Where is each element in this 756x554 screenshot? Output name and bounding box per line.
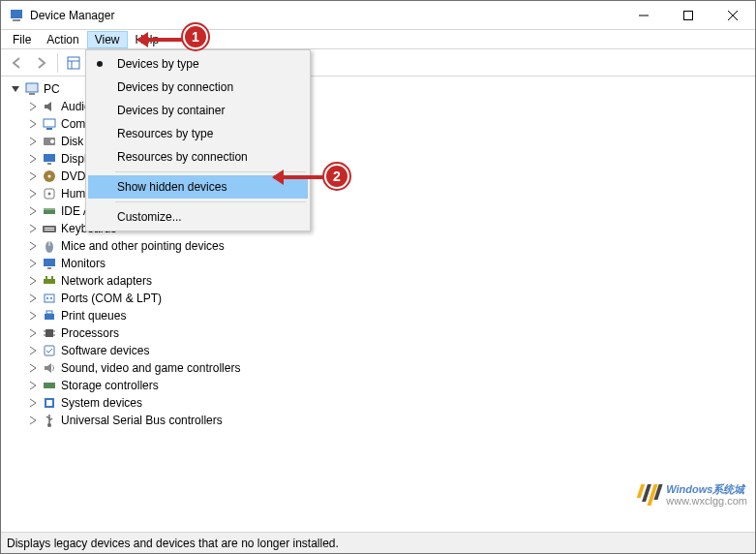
back-button[interactable] bbox=[5, 51, 28, 75]
title-bar[interactable]: Device Manager bbox=[1, 1, 755, 30]
tree-item-label: Universal Serial Bus controllers bbox=[61, 414, 223, 427]
menu-action[interactable]: Action bbox=[39, 31, 86, 48]
ports-icon bbox=[42, 291, 57, 306]
svg-rect-32 bbox=[51, 276, 53, 279]
svg-rect-24 bbox=[45, 228, 54, 229]
show-hide-tree-button[interactable] bbox=[62, 51, 85, 75]
storage-icon bbox=[42, 378, 57, 393]
menu-item-label: Devices by container bbox=[117, 104, 225, 117]
svg-rect-43 bbox=[45, 346, 54, 355]
svg-rect-15 bbox=[44, 154, 55, 162]
tree-item-label: Network adapters bbox=[61, 274, 152, 288]
svg-rect-0 bbox=[11, 10, 22, 18]
svg-rect-44 bbox=[44, 383, 55, 388]
caret-right-icon[interactable] bbox=[26, 361, 40, 375]
tree-item-label: System devices bbox=[61, 396, 142, 410]
monitor-icon bbox=[42, 256, 57, 271]
watermark: Windows系统城 www.wxclgg.com bbox=[639, 483, 747, 507]
device-manager-window: Device Manager File Action View Help PC … bbox=[0, 0, 756, 554]
menu-devices-by-type[interactable]: Devices by type bbox=[88, 52, 308, 76]
caret-right-icon[interactable] bbox=[26, 187, 40, 200]
window-title: Device Manager bbox=[30, 9, 114, 22]
view-menu-dropdown: Devices by type Devices by connection De… bbox=[85, 49, 311, 231]
tree-item[interactable]: Mice and other pointing devices bbox=[5, 237, 755, 255]
svg-point-34 bbox=[46, 297, 48, 299]
tree-item-label: Storage controllers bbox=[61, 379, 159, 392]
usb-icon bbox=[42, 413, 57, 428]
disk-icon bbox=[42, 134, 57, 149]
audio-icon bbox=[42, 99, 57, 114]
menu-view[interactable]: View bbox=[87, 31, 128, 48]
svg-point-35 bbox=[50, 297, 52, 299]
network-icon bbox=[42, 273, 57, 289]
tree-item-label: Ports (COM & LPT) bbox=[61, 292, 162, 305]
caret-right-icon[interactable] bbox=[26, 135, 40, 148]
status-text: Displays legacy devices and devices that… bbox=[7, 537, 339, 550]
menu-resources-by-type[interactable]: Resources by type bbox=[88, 122, 308, 145]
menu-devices-by-connection[interactable]: Devices by connection bbox=[88, 76, 308, 99]
hid-icon bbox=[42, 186, 57, 201]
caret-right-icon[interactable] bbox=[26, 117, 40, 131]
svg-rect-22 bbox=[44, 208, 55, 210]
menu-item-label: Customize... bbox=[117, 210, 182, 224]
caret-right-icon[interactable] bbox=[26, 239, 40, 253]
tree-item[interactable]: Universal Serial Bus controllers bbox=[5, 412, 755, 429]
display-icon bbox=[42, 151, 57, 167]
caret-right-icon[interactable] bbox=[26, 379, 40, 392]
software-icon bbox=[42, 343, 57, 358]
menu-devices-by-container[interactable]: Devices by container bbox=[88, 99, 308, 122]
tree-item-label: Print queues bbox=[61, 309, 126, 323]
svg-rect-28 bbox=[44, 259, 55, 266]
caret-right-icon[interactable] bbox=[26, 257, 40, 270]
tree-item[interactable]: System devices bbox=[5, 394, 755, 412]
menu-customize[interactable]: Customize... bbox=[88, 205, 308, 229]
menu-file[interactable]: File bbox=[5, 31, 39, 48]
menu-item-label: Show hidden devices bbox=[117, 180, 227, 194]
tree-item[interactable]: Software devices bbox=[5, 342, 755, 359]
menu-resources-by-connection[interactable]: Resources by connection bbox=[88, 145, 308, 169]
tree-item-label: Processors bbox=[61, 326, 119, 340]
caret-right-icon[interactable] bbox=[26, 222, 40, 235]
close-button[interactable] bbox=[711, 1, 755, 30]
menu-bar: File Action View Help bbox=[1, 30, 755, 49]
maximize-button[interactable] bbox=[666, 1, 711, 30]
annotation-arrow-1 bbox=[138, 38, 185, 42]
caret-right-icon[interactable] bbox=[26, 204, 40, 218]
tree-item[interactable]: Monitors bbox=[5, 255, 755, 272]
svg-rect-9 bbox=[26, 83, 38, 92]
svg-rect-33 bbox=[45, 294, 54, 302]
tree-item[interactable]: Ports (COM & LPT) bbox=[5, 290, 755, 307]
caret-right-icon[interactable] bbox=[26, 414, 40, 427]
svg-rect-37 bbox=[46, 311, 52, 314]
caret-right-icon[interactable] bbox=[26, 344, 40, 357]
caret-down-icon[interactable] bbox=[9, 82, 22, 96]
menu-item-label: Resources by type bbox=[117, 127, 213, 140]
svg-rect-25 bbox=[45, 230, 54, 231]
ide-icon bbox=[42, 203, 57, 219]
tree-item[interactable]: Network adapters bbox=[5, 272, 755, 290]
print-icon bbox=[42, 308, 57, 323]
caret-right-icon[interactable] bbox=[26, 396, 40, 410]
tree-item-label: Monitors bbox=[61, 257, 106, 270]
annotation-callout-1: 1 bbox=[183, 24, 208, 49]
menu-separator bbox=[115, 201, 306, 202]
mouse-icon bbox=[42, 238, 57, 254]
caret-right-icon[interactable] bbox=[26, 292, 40, 305]
caret-right-icon[interactable] bbox=[26, 326, 40, 340]
caret-right-icon[interactable] bbox=[26, 152, 40, 166]
tree-item[interactable]: Storage controllers bbox=[5, 377, 755, 394]
svg-rect-16 bbox=[47, 163, 51, 165]
caret-right-icon[interactable] bbox=[26, 169, 40, 183]
caret-right-icon[interactable] bbox=[26, 274, 40, 288]
caret-right-icon[interactable] bbox=[26, 309, 40, 323]
tree-item[interactable]: Processors bbox=[5, 324, 755, 342]
caret-right-icon[interactable] bbox=[26, 100, 40, 113]
svg-point-20 bbox=[48, 193, 51, 196]
tree-item[interactable]: Print queues bbox=[5, 307, 755, 324]
minimize-button[interactable] bbox=[621, 1, 666, 30]
app-icon bbox=[9, 8, 24, 23]
tree-item[interactable]: Sound, video and game controllers bbox=[5, 359, 755, 377]
svg-rect-11 bbox=[44, 119, 55, 127]
forward-button[interactable] bbox=[30, 51, 53, 75]
svg-rect-3 bbox=[684, 11, 693, 19]
